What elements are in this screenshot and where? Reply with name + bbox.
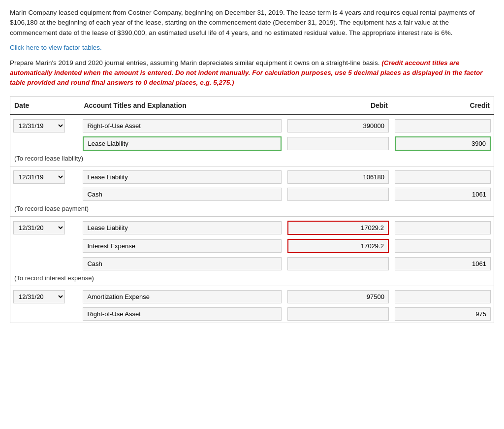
- debit-cell: [284, 255, 392, 272]
- date-cell: [10, 237, 80, 255]
- note-text: (To record interest expense): [10, 272, 494, 286]
- table-row: 12/31/19: [10, 115, 494, 134]
- credit-cell: [392, 115, 494, 134]
- date-cell: 12/31/20: [10, 216, 80, 237]
- table-row: 12/31/20: [10, 286, 494, 305]
- debit-input[interactable]: [287, 221, 389, 235]
- debit-input[interactable]: [287, 170, 389, 184]
- date-select[interactable]: 12/31/20: [13, 221, 65, 234]
- credit-input[interactable]: [395, 188, 491, 201]
- debit-input[interactable]: [287, 188, 389, 201]
- debit-input[interactable]: [287, 257, 389, 270]
- header-date: Date: [10, 96, 80, 115]
- account-cell: [80, 115, 284, 134]
- date-cell: 12/31/20: [10, 286, 80, 305]
- debit-cell: [284, 115, 392, 134]
- debit-input[interactable]: [287, 137, 389, 150]
- table-row: [10, 237, 494, 255]
- account-input[interactable]: [83, 119, 281, 132]
- table-row: [10, 186, 494, 203]
- date-select[interactable]: 12/31/19: [13, 170, 65, 184]
- account-input[interactable]: [83, 257, 281, 270]
- date-select[interactable]: 12/31/19: [13, 119, 65, 132]
- note-text: (To record lease payment): [10, 203, 494, 217]
- account-cell: [80, 255, 284, 272]
- problem-text: Marin Company leased equipment from Cost…: [10, 8, 494, 38]
- credit-cell: [392, 305, 494, 323]
- date-cell: [10, 186, 80, 203]
- credit-cell: [392, 166, 494, 186]
- credit-input[interactable]: [395, 221, 491, 234]
- credit-cell: [392, 237, 494, 255]
- debit-cell: [284, 186, 392, 203]
- header-debit: Debit: [284, 96, 392, 115]
- account-input[interactable]: [83, 307, 281, 321]
- note-row: (To record interest expense): [10, 272, 494, 286]
- date-cell: 12/31/19: [10, 166, 80, 186]
- credit-cell: [392, 255, 494, 272]
- debit-cell: [284, 216, 392, 237]
- table-row: [10, 305, 494, 323]
- date-cell: [10, 134, 80, 153]
- debit-cell: [284, 305, 392, 323]
- debit-cell: [284, 237, 392, 255]
- credit-input[interactable]: [395, 119, 491, 132]
- table-row: 12/31/20: [10, 216, 494, 237]
- account-cell: [80, 186, 284, 203]
- factor-tables-link[interactable]: Click here to view factor tables.: [10, 44, 494, 51]
- account-input[interactable]: [83, 136, 281, 151]
- debit-input[interactable]: [287, 119, 389, 132]
- note-text: (To record lease liability): [10, 153, 494, 166]
- credit-cell: [392, 186, 494, 203]
- date-select[interactable]: 12/31/20: [13, 290, 65, 303]
- credit-input[interactable]: [395, 290, 491, 303]
- credit-input[interactable]: [395, 307, 491, 321]
- account-cell: [80, 305, 284, 323]
- credit-cell: [392, 134, 494, 153]
- account-input[interactable]: [83, 188, 281, 201]
- account-input[interactable]: [83, 221, 281, 234]
- date-cell: [10, 305, 80, 323]
- debit-cell: [284, 286, 392, 305]
- credit-input[interactable]: [395, 257, 491, 270]
- account-cell: [80, 286, 284, 305]
- account-input[interactable]: [83, 239, 281, 253]
- date-cell: [10, 255, 80, 272]
- debit-cell: [284, 134, 392, 153]
- credit-input[interactable]: [395, 136, 491, 151]
- instruction-text: Prepare Marin's 2019 and 2020 journal en…: [10, 58, 494, 88]
- credit-input[interactable]: [395, 239, 491, 253]
- account-input[interactable]: [83, 290, 281, 303]
- table-row: [10, 255, 494, 272]
- debit-input[interactable]: [287, 290, 389, 303]
- account-cell: [80, 134, 284, 153]
- debit-cell: [284, 166, 392, 186]
- header-account: Account Titles and Explanation: [80, 96, 284, 115]
- credit-input[interactable]: [395, 170, 491, 184]
- table-row: [10, 134, 494, 153]
- note-row: (To record lease liability): [10, 153, 494, 166]
- account-cell: [80, 216, 284, 237]
- table-row: 12/31/19: [10, 166, 494, 186]
- debit-input[interactable]: [287, 307, 389, 321]
- account-cell: [80, 166, 284, 186]
- header-credit: Credit: [392, 96, 494, 115]
- credit-cell: [392, 216, 494, 237]
- debit-input[interactable]: [287, 239, 389, 253]
- note-row: (To record lease payment): [10, 203, 494, 217]
- journal-table: Date Account Titles and Explanation Debi…: [10, 96, 494, 323]
- account-input[interactable]: [83, 170, 281, 184]
- account-cell: [80, 237, 284, 255]
- credit-cell: [392, 286, 494, 305]
- date-cell: 12/31/19: [10, 115, 80, 134]
